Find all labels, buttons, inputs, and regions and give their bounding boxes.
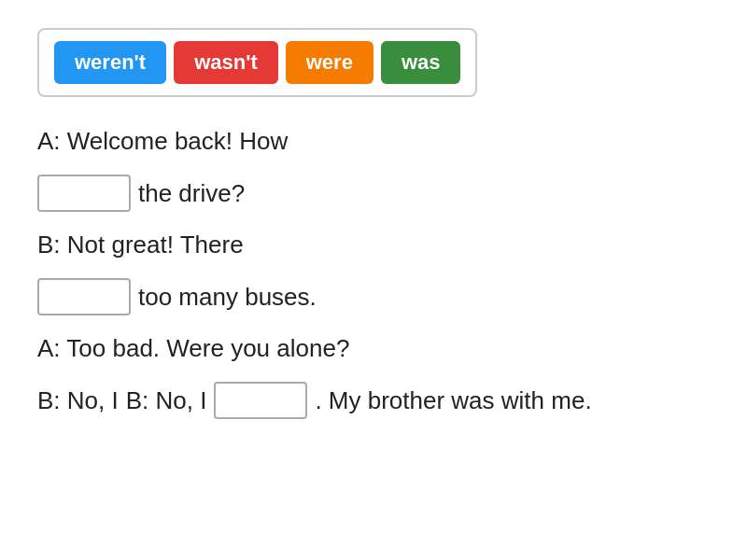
conversation-line-3: B: Not great! There — [37, 227, 710, 263]
drop-box-2[interactable] — [37, 278, 131, 315]
word-button-wasnt[interactable]: wasn't — [174, 41, 278, 84]
line6-post-text: . My brother was with me. — [315, 383, 591, 419]
line6-pre-text: B: No, I — [37, 383, 119, 419]
line5-text: A: Too bad. Were you alone? — [37, 330, 349, 367]
drop-box-1[interactable] — [37, 175, 131, 212]
conversation-line-1: A: Welcome back! How — [37, 123, 710, 160]
line1-text: A: Welcome back! How — [37, 123, 288, 160]
conversation-line-6: B: No, I B: No, I . My brother was with … — [37, 382, 710, 419]
line6-b-label: B: No, I — [126, 383, 207, 419]
word-button-was[interactable]: was — [381, 41, 461, 84]
word-button-werent[interactable]: weren't — [54, 41, 166, 84]
conversation-line-2: the drive? — [37, 175, 710, 212]
line2-post-text: the drive? — [138, 175, 245, 212]
conversation-line-5: A: Too bad. Were you alone? — [37, 330, 710, 367]
word-bank: weren't wasn't were was — [37, 28, 477, 97]
conversation-line-4: too many buses. — [37, 278, 710, 315]
word-button-were[interactable]: were — [286, 41, 374, 84]
line3-text: B: Not great! There — [37, 227, 244, 263]
drop-box-3[interactable] — [214, 382, 307, 419]
line4-post-text: too many buses. — [138, 279, 317, 315]
